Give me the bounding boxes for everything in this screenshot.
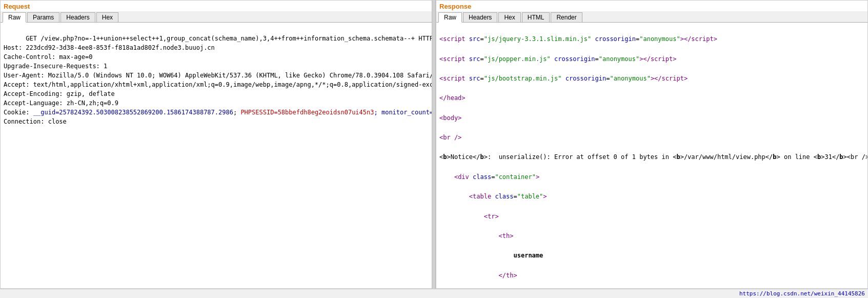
resp-line-div: <div class="container"> bbox=[439, 172, 864, 182]
resp-line-th1b: </th> bbox=[439, 271, 864, 281]
tab-response-hex[interactable]: Hex bbox=[498, 12, 520, 22]
request-line-ua: User-Agent: Mozilla/5.0 (Windows NT 10.0… bbox=[4, 72, 432, 79]
request-line-upgrade: Upgrade-Insecure-Requests: 1 bbox=[4, 63, 107, 70]
request-line-host: Host: 223dcd92-3d38-4ee8-853f-f818a1ad80… bbox=[4, 44, 215, 51]
tab-request-hex[interactable]: Hex bbox=[96, 12, 118, 22]
tab-response-raw[interactable]: Raw bbox=[438, 12, 462, 23]
request-line-lang: Accept-Language: zh-CN,zh;q=0.9 bbox=[4, 100, 118, 107]
request-line-cookie: Cookie: __guid=257824392.503008238552869… bbox=[4, 109, 432, 116]
resp-line-tr1: <tr> bbox=[439, 212, 864, 222]
resp-line-3: <script src="js/bootstrap.min.js" crosso… bbox=[439, 74, 864, 84]
resp-line-table: <table class="table"> bbox=[439, 192, 864, 202]
tab-request-params[interactable]: Params bbox=[27, 12, 59, 22]
tab-request-headers[interactable]: Headers bbox=[60, 12, 95, 22]
resp-line-username: username bbox=[439, 251, 864, 261]
request-panel: Request Raw Params Headers Hex GET /view… bbox=[0, 0, 432, 289]
response-tabs: Raw Headers Hex HTML Render bbox=[436, 11, 867, 23]
tab-request-raw[interactable]: Raw bbox=[3, 12, 26, 23]
request-line-cache: Cache-Control: max-age=0 bbox=[4, 53, 92, 61]
tab-response-html[interactable]: HTML bbox=[522, 12, 550, 22]
status-bar: https://blog.csdn.net/weixin_44145826 bbox=[0, 289, 868, 298]
response-panel: Response Raw Headers Hex HTML Render <sc… bbox=[436, 0, 868, 289]
tab-response-render[interactable]: Render bbox=[551, 12, 582, 22]
resp-line-6: <br /> bbox=[439, 133, 864, 143]
request-tabs: Raw Params Headers Hex bbox=[1, 11, 432, 23]
request-line-conn: Connection: close bbox=[4, 118, 67, 125]
main-panels: Request Raw Params Headers Hex GET /view… bbox=[0, 0, 868, 289]
resp-line-th1a: <th> bbox=[439, 231, 864, 241]
panel-divider bbox=[432, 0, 436, 289]
resp-line-notice1: <b>Notice</b>: unserialize(): Error at o… bbox=[439, 152, 864, 162]
status-url: https://blog.csdn.net/weixin_44145826 bbox=[739, 290, 865, 297]
request-line-get: GET /view.php?no=-1++union++select++1,gr… bbox=[26, 35, 432, 42]
request-line-accept: Accept: text/html,application/xhtml+xml,… bbox=[4, 81, 432, 88]
resp-line-5: <body> bbox=[439, 113, 864, 123]
request-line-encoding: Accept-Encoding: gzip, deflate bbox=[4, 90, 115, 97]
resp-line-4: </head> bbox=[439, 93, 864, 103]
resp-line-1: <script src="js/jquery-3.3.1.slim.min.js… bbox=[439, 34, 864, 44]
response-content: <script src="js/jquery-3.3.1.slim.min.js… bbox=[436, 23, 867, 288]
tab-response-headers[interactable]: Headers bbox=[463, 12, 497, 22]
request-title: Request bbox=[1, 1, 432, 11]
resp-line-2: <script src="js/popper.min.js" crossorig… bbox=[439, 54, 864, 64]
request-content: GET /view.php?no=-1++union++select++1,gr… bbox=[1, 23, 432, 288]
response-title: Response bbox=[436, 1, 867, 11]
